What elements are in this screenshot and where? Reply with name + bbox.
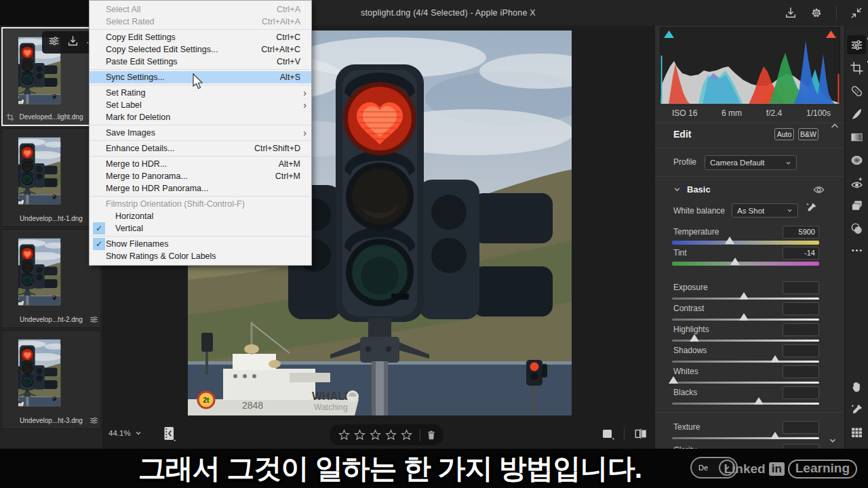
slider-thumb[interactable] xyxy=(725,237,734,244)
color-mixer-icon[interactable] xyxy=(847,219,866,238)
linear-gradient-icon[interactable] xyxy=(847,127,866,146)
star-rating-icon[interactable] xyxy=(370,429,381,441)
red-eye-icon[interactable] xyxy=(847,174,866,192)
slider-thumb[interactable] xyxy=(730,258,740,265)
slider-thumb[interactable] xyxy=(739,292,749,300)
divider xyxy=(624,427,625,441)
menu-item-enhance-details[interactable]: Enhance Details...Ctrl+Shift+D xyxy=(90,142,311,155)
slider-thumb[interactable] xyxy=(770,432,780,439)
bw-button[interactable]: B&W xyxy=(798,128,818,140)
crop-icon[interactable] xyxy=(847,58,866,77)
menu-item-label: Sync Settings... xyxy=(106,73,165,82)
slider-track[interactable] xyxy=(672,403,819,405)
menu-item-shortcut: Ctrl+Shift+D xyxy=(254,144,300,153)
menu-item-save-images[interactable]: Save Images› xyxy=(90,127,311,139)
menu-item-merge-to-hdr-panorama[interactable]: Merge to HDR Panorama... xyxy=(90,182,311,195)
menu-item-label: Select All xyxy=(106,5,140,14)
radial-gradient-icon[interactable] xyxy=(847,150,866,169)
context-menu: Select AllCtrl+ASelect RatedCtrl+Alt+ACo… xyxy=(89,0,312,266)
grid-view-icon[interactable] xyxy=(847,423,866,442)
menu-item-label: Set Rating xyxy=(106,88,145,98)
white-balance-select[interactable]: As Shot xyxy=(732,203,798,218)
white-balance-eyedropper-icon[interactable] xyxy=(806,202,817,214)
slider-value-field[interactable]: 5900 xyxy=(783,226,819,239)
caption-text: 그래서 그것이 일하는 한 가지 방법입니다. xyxy=(0,450,780,487)
menu-item-mark-for-deletion[interactable]: Mark for Deletion xyxy=(90,111,311,123)
slider-value-field[interactable] xyxy=(783,386,819,399)
profile-select[interactable]: Camera Default xyxy=(705,155,797,170)
export-icon[interactable] xyxy=(67,35,79,49)
scroll-down-icon[interactable] xyxy=(828,436,837,445)
filmstrip-thumbnail-3[interactable]: Undevelop...ht-2.dng xyxy=(1,229,101,328)
more-options-icon[interactable] xyxy=(847,241,866,260)
slider-value-field[interactable] xyxy=(783,323,819,336)
presets-icon[interactable] xyxy=(847,196,866,215)
slider-value-field[interactable]: -14 xyxy=(783,247,819,260)
slider-thumb[interactable] xyxy=(770,355,780,363)
slider-thumb[interactable] xyxy=(754,397,764,405)
solo-view-icon[interactable] xyxy=(601,427,614,441)
brush-icon[interactable] xyxy=(847,104,866,123)
edit-sliders-icon[interactable] xyxy=(847,35,866,54)
eyedropper-icon[interactable] xyxy=(847,400,866,419)
slider-thumb[interactable] xyxy=(669,376,678,384)
menu-item-paste-edit-settings[interactable]: Paste Edit SettingsCtrl+V xyxy=(90,56,311,68)
slider-value-field[interactable] xyxy=(783,421,819,434)
submenu-arrow-icon: › xyxy=(303,87,307,98)
crop-badge-icon xyxy=(6,113,14,121)
healing-icon[interactable] xyxy=(847,81,866,100)
menu-item-merge-to-panorama[interactable]: Merge to Panorama...Ctrl+M xyxy=(90,170,311,182)
slider-track[interactable] xyxy=(672,361,819,363)
filmstrip-thumbnail-2[interactable]: Undevelop...ht-1.dng xyxy=(1,128,101,227)
star-rating-icon[interactable] xyxy=(401,429,412,441)
menu-item-merge-to-hdr[interactable]: Merge to HDR...Alt+M xyxy=(90,158,311,170)
menu-item-copy-edit-settings[interactable]: Copy Edit SettingsCtrl+C xyxy=(90,31,311,43)
star-rating-icon[interactable] xyxy=(354,429,366,441)
scroll-up-icon[interactable] xyxy=(830,122,840,130)
lightroom-window: 2848 WHALE Watching 2t xyxy=(0,0,868,488)
titlebar-corner xyxy=(0,0,89,26)
slider-value-field[interactable] xyxy=(783,302,819,315)
sliders-icon[interactable] xyxy=(48,35,60,49)
menu-item-select-rated: Select RatedCtrl+Alt+A xyxy=(90,16,311,28)
menu-item-show-ratings-color-labels[interactable]: Show Ratings & Color Labels xyxy=(90,250,311,262)
slider-value-field[interactable] xyxy=(783,365,819,378)
collapse-panels-icon[interactable] xyxy=(850,7,863,19)
menu-item-set-label[interactable]: Set Label› xyxy=(90,99,311,111)
settings-gear-icon[interactable] xyxy=(810,7,823,19)
export-icon[interactable] xyxy=(785,7,797,19)
basic-section-title[interactable]: Basic xyxy=(687,184,711,195)
menu-item-shortcut: Ctrl+V xyxy=(277,57,300,66)
slider-value-field[interactable] xyxy=(783,344,819,357)
slider-track[interactable] xyxy=(672,241,819,245)
menu-item-copy-selected-edit-settings[interactable]: Copy Selected Edit Settings...Ctrl+Alt+C xyxy=(90,43,311,56)
menu-item-horizontal[interactable]: Horizontal xyxy=(90,210,311,222)
menu-item-vertical[interactable]: ✓Vertical xyxy=(90,222,311,235)
zoom-level-control[interactable]: 44.1% xyxy=(108,429,142,437)
check-icon: ✓ xyxy=(93,222,105,235)
slider-value-field[interactable] xyxy=(783,281,819,294)
slider-thumb[interactable] xyxy=(690,334,699,342)
histogram[interactable] xyxy=(660,27,840,105)
menu-item-label: Show Ratings & Color Labels xyxy=(106,251,216,261)
chevron-down-icon xyxy=(785,160,791,166)
star-rating-icon[interactable] xyxy=(385,429,397,441)
hand-icon[interactable] xyxy=(847,377,866,396)
slider-value-field[interactable] xyxy=(783,444,819,449)
section-visibility-eye-icon[interactable] xyxy=(813,186,825,194)
menu-separator xyxy=(90,125,311,125)
slider-track[interactable] xyxy=(672,262,819,266)
chevron-down-icon[interactable] xyxy=(673,186,681,193)
menu-item-show-filenames[interactable]: ✓Show Filenames xyxy=(90,238,311,250)
filmstrip: Developed...light.dng⋯Undevelop...ht-1.d… xyxy=(0,26,103,449)
trash-icon[interactable] xyxy=(426,430,437,441)
slider-thumb[interactable] xyxy=(739,313,749,321)
slider-track[interactable] xyxy=(672,437,819,439)
split-view-icon[interactable] xyxy=(634,427,648,441)
auto-button[interactable]: Auto xyxy=(774,128,794,140)
star-rating-icon[interactable] xyxy=(338,429,350,441)
filmstrip-toggle-button[interactable] xyxy=(162,426,177,443)
filmstrip-thumbnail-1[interactable]: Developed...light.dng⋯ xyxy=(1,27,101,126)
slider-track[interactable] xyxy=(672,382,819,384)
filmstrip-thumbnail-4[interactable]: Undevelop...ht-3.dng xyxy=(1,330,101,429)
